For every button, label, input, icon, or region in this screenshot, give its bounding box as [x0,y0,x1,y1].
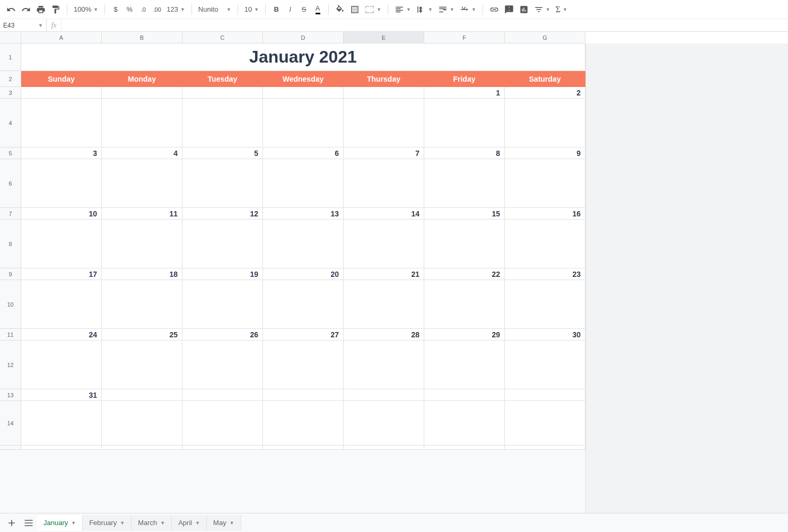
calendar-cell[interactable] [21,401,102,446]
calendar-cell[interactable] [505,446,585,450]
date-cell[interactable]: 10 [21,208,102,220]
calendar-cell[interactable] [344,220,424,268]
calendar-cell[interactable] [21,280,102,329]
calendar-cell[interactable] [182,220,263,268]
calendar-cell[interactable] [344,341,424,389]
row-header[interactable]: 7 [0,208,21,220]
calendar-cell[interactable] [182,341,263,389]
calendar-cell[interactable] [344,159,424,208]
row-header[interactable]: 14 [0,401,21,446]
date-cell[interactable] [263,87,344,99]
calendar-cell[interactable] [21,446,102,450]
column-header[interactable]: A [21,32,102,43]
name-box[interactable]: E43▼ [0,19,47,31]
date-cell[interactable]: 19 [182,268,263,280]
column-header[interactable]: G [505,32,585,43]
date-cell[interactable]: 6 [263,147,344,159]
calendar-cell[interactable] [182,280,263,329]
date-cell[interactable]: 25 [102,329,182,341]
calendar-cell[interactable] [424,446,505,450]
row-header[interactable]: 5 [0,147,21,159]
borders-button[interactable] [348,3,362,16]
calendar-cell[interactable] [182,99,263,147]
calendar-cell[interactable] [263,446,344,450]
date-cell[interactable]: 20 [263,268,344,280]
text-rotation-dropdown[interactable]: ▼ [458,3,478,16]
date-cell[interactable]: 3 [21,147,102,159]
date-cell[interactable]: 5 [182,147,263,159]
calendar-cell[interactable] [344,99,424,147]
chevron-down-icon[interactable]: ▼ [195,520,200,526]
calendar-cell[interactable] [263,99,344,147]
calendar-cell[interactable] [102,341,182,389]
row-header[interactable]: 11 [0,329,21,341]
calendar-cell[interactable] [505,341,585,389]
date-cell[interactable] [505,389,585,401]
calendar-cell[interactable] [263,341,344,389]
column-header[interactable]: F [424,32,505,43]
calendar-cell[interactable] [263,220,344,268]
decrease-decimal-button[interactable]: .0 [137,3,150,16]
row-header[interactable]: 10 [0,280,21,329]
date-cell[interactable]: 23 [505,268,585,280]
calendar-cell[interactable] [505,99,585,147]
date-cell[interactable] [102,389,182,401]
row-header[interactable]: 2 [0,71,21,87]
chevron-down-icon[interactable]: ▼ [230,520,234,526]
filter-dropdown[interactable]: ▼ [532,3,553,16]
date-cell[interactable]: 30 [505,329,585,341]
date-cell[interactable]: 1 [424,87,505,99]
formula-input[interactable] [62,19,788,31]
font-size-dropdown[interactable]: 10▼ [242,3,261,16]
insert-link-button[interactable] [487,3,501,16]
chevron-down-icon[interactable]: ▼ [71,520,76,526]
calendar-cell[interactable] [182,401,263,446]
date-cell[interactable]: 28 [344,329,424,341]
print-button[interactable] [34,3,48,16]
calendar-cell[interactable] [424,220,505,268]
calendar-cell[interactable] [263,401,344,446]
date-cell[interactable]: 21 [344,268,424,280]
calendar-cell[interactable] [424,341,505,389]
date-cell[interactable]: 26 [182,329,263,341]
calendar-cell[interactable] [344,280,424,329]
date-cell[interactable]: 17 [21,268,102,280]
bold-button[interactable]: B [270,3,283,16]
sheet-tab[interactable]: January▼ [37,515,83,531]
date-cell[interactable]: 27 [263,329,344,341]
sheet-tab[interactable]: May▼ [207,515,241,531]
horizontal-align-dropdown[interactable]: ▼ [392,3,413,16]
font-family-dropdown[interactable]: Nunito▼ [196,3,233,16]
add-sheet-button[interactable] [3,515,20,531]
calendar-cell[interactable] [102,280,182,329]
strikethrough-button[interactable]: S [297,3,310,16]
date-cell[interactable]: 16 [505,208,585,220]
calendar-cell[interactable] [102,401,182,446]
row-header[interactable]: 12 [0,341,21,389]
calendar-cell[interactable] [21,99,102,147]
chevron-down-icon[interactable]: ▼ [120,520,125,526]
date-cell[interactable] [344,389,424,401]
percent-button[interactable]: % [123,3,136,16]
calendar-cell[interactable] [102,220,182,268]
date-cell[interactable] [344,87,424,99]
date-cell[interactable]: 4 [102,147,182,159]
date-cell[interactable]: 11 [102,208,182,220]
calendar-cell[interactable] [21,341,102,389]
paint-format-button[interactable] [49,3,63,16]
insert-comment-button[interactable] [502,3,516,16]
row-header[interactable]: 13 [0,389,21,401]
date-cell[interactable] [102,87,182,99]
calendar-cell[interactable] [424,280,505,329]
row-header[interactable]: 4 [0,99,21,147]
calendar-cell[interactable] [424,159,505,208]
date-cell[interactable] [21,87,102,99]
italic-button[interactable]: I [284,3,296,16]
date-cell[interactable]: 9 [505,147,585,159]
more-formats-dropdown[interactable]: 123▼ [164,3,187,16]
column-header[interactable]: B [102,32,182,43]
calendar-cell[interactable] [102,159,182,208]
date-cell[interactable]: 18 [102,268,182,280]
calendar-cell[interactable] [102,446,182,450]
text-color-button[interactable]: A [311,3,324,16]
